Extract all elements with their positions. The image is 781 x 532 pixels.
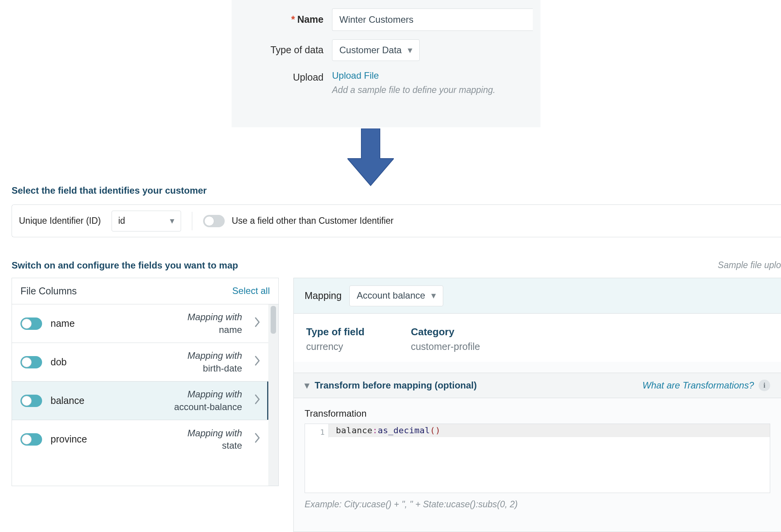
column-row[interactable]: nameMapping withname <box>12 304 268 343</box>
header-form: *Name Type of data Customer Data ▾ Uploa… <box>232 0 540 127</box>
upload-file-link[interactable]: Upload File <box>332 69 379 82</box>
upload-hint: Add a sample file to define your mapping… <box>332 84 495 96</box>
caret-down-icon: ▾ <box>431 289 436 302</box>
mapping-select[interactable]: Account balance ▾ <box>349 285 443 306</box>
transform-title: Transform before mapping (optional) <box>315 379 477 392</box>
category-value: customer-profile <box>411 340 480 353</box>
column-name: balance <box>51 394 116 407</box>
other-field-toggle[interactable] <box>203 215 225 227</box>
code-gutter: 1 <box>305 424 329 437</box>
unique-identifier-select[interactable]: id ▾ <box>112 211 181 231</box>
caret-down-icon: ▾ <box>170 215 174 227</box>
column-row[interactable]: balanceMapping withaccount-balance <box>12 382 268 420</box>
other-field-label: Use a field other than Customer Identifi… <box>232 215 393 227</box>
identifier-panel: Unique Identifier (ID) id ▾ Use a field … <box>12 204 781 237</box>
column-toggle[interactable] <box>20 356 42 368</box>
sample-file-note: Sample file uplo <box>718 259 781 271</box>
chevron-right-icon <box>254 394 261 408</box>
scrollbar[interactable] <box>268 304 278 486</box>
type-of-field-label: Type of field <box>306 325 364 339</box>
mapping-selected-value: Account balance <box>357 289 425 302</box>
column-toggle[interactable] <box>20 318 42 330</box>
column-mapping-info: Mapping withstate <box>125 427 246 452</box>
type-of-field-value: currency <box>306 340 364 353</box>
upload-label: Upload <box>232 69 332 84</box>
map-fields-section-title: Switch on and configure the fields you w… <box>12 259 238 272</box>
file-columns-header: File Columns <box>20 285 77 298</box>
code-line-1: balance:as_decimal() <box>329 424 770 437</box>
mapping-label: Mapping <box>305 289 342 302</box>
transform-collapse-toggle[interactable]: ▾ Transform before mapping (optional) <box>305 379 477 392</box>
typeofdata-select[interactable]: Customer Data ▾ <box>332 39 420 61</box>
column-toggle[interactable] <box>20 395 42 407</box>
transformation-editor-label: Transformation <box>305 407 770 420</box>
name-label: *Name <box>232 13 332 26</box>
mapping-header: Mapping Account balance ▾ <box>294 278 781 314</box>
select-all-link[interactable]: Select all <box>232 285 270 297</box>
mapping-area: Mapping Account balance ▾ Type of field … <box>293 278 781 532</box>
what-are-transformations-link[interactable]: What are Transformations? i <box>642 379 770 392</box>
column-row[interactable]: provinceMapping withstate <box>12 420 268 459</box>
transformation-editor[interactable]: 1 balance:as_decimal() <box>305 424 770 493</box>
caret-down-icon: ▾ <box>408 44 412 56</box>
column-name: name <box>51 317 116 330</box>
transformation-example: Example: City:ucase() + ", " + State:uca… <box>305 498 770 510</box>
chevron-right-icon <box>254 432 261 446</box>
column-name: province <box>51 433 116 446</box>
category-label: Category <box>411 325 480 339</box>
column-row[interactable]: dobMapping withbirth-date <box>12 343 268 382</box>
chevron-right-icon <box>254 317 261 331</box>
identifier-section-title: Select the field that identifies your cu… <box>12 184 207 197</box>
typeofdata-value: Customer Data <box>339 44 402 56</box>
divider <box>192 212 192 230</box>
caret-down-icon: ▾ <box>305 379 309 392</box>
column-mapping-info: Mapping withname <box>125 311 246 336</box>
chevron-right-icon <box>254 355 261 369</box>
typeofdata-label: Type of data <box>232 44 332 57</box>
column-mapping-info: Mapping withaccount-balance <box>125 388 246 413</box>
unique-identifier-value: id <box>118 215 125 227</box>
unique-identifier-label: Unique Identifier (ID) <box>19 215 101 227</box>
info-icon: i <box>759 380 770 391</box>
file-columns-panel: File Columns Select all nameMapping with… <box>12 278 279 486</box>
transform-section-header: ▾ Transform before mapping (optional) Wh… <box>294 373 781 398</box>
name-input[interactable] <box>332 8 533 31</box>
column-toggle[interactable] <box>20 433 42 446</box>
column-mapping-info: Mapping withbirth-date <box>125 350 246 375</box>
mapping-meta: Type of field currency Category customer… <box>294 314 781 362</box>
arrow-down-icon <box>347 128 394 186</box>
column-name: dob <box>51 356 116 369</box>
